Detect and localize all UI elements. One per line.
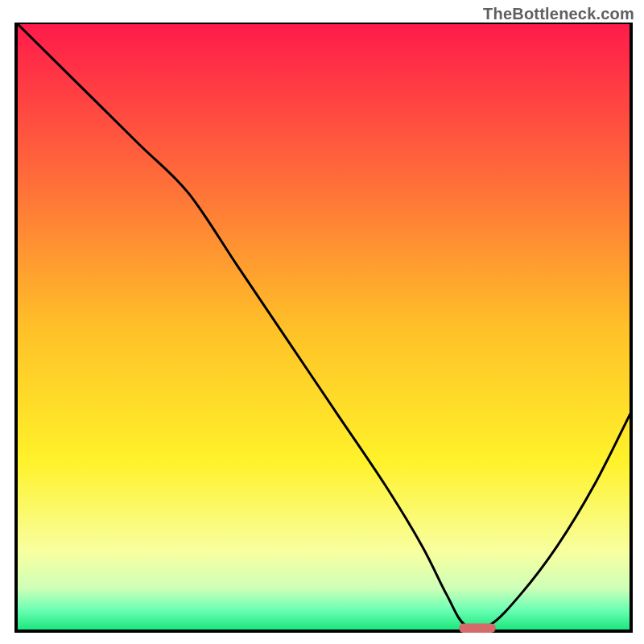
chart-svg <box>13 23 634 634</box>
chart-container: TheBottleneck.com <box>0 0 644 644</box>
optimal-range-marker <box>459 624 496 633</box>
watermark-text: TheBottleneck.com <box>483 5 634 23</box>
plot-area <box>13 23 634 634</box>
